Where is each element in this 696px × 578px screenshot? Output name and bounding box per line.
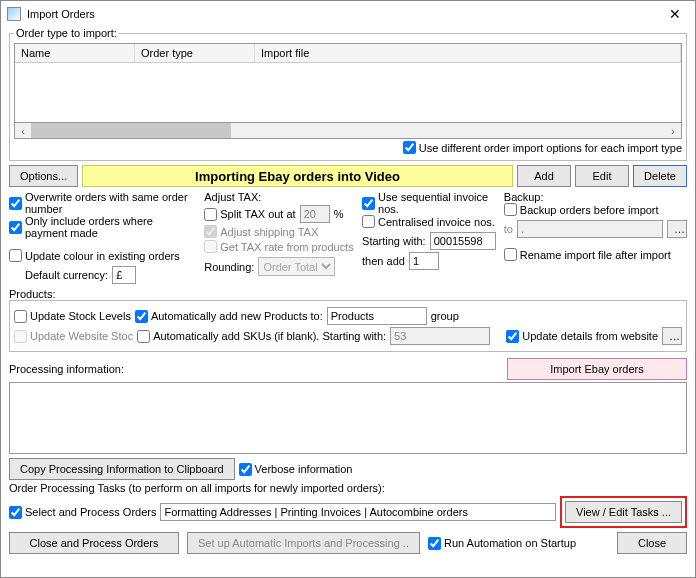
scroll-left-icon[interactable]: ‹ [15,125,31,137]
sku-start-input [390,327,490,345]
setup-auto-button: Set up Automatic Imports and Processing … [187,532,420,554]
status-banner: Importing Ebay orders into Video [82,165,513,187]
grid-header: Name Order type Import file [15,44,681,63]
group-label: group [431,310,459,322]
only-paid-checkbox[interactable]: Only include orders where payment made [9,215,196,239]
delete-button[interactable]: Delete [633,165,687,187]
rename-file-checkbox[interactable]: Rename import file after import [504,248,671,261]
use-seq-checkbox[interactable]: Use sequential invoice nos. [362,191,496,215]
app-icon [7,7,21,21]
processing-info-label: Processing information: [9,363,124,375]
products-legend: Products: [9,288,687,300]
then-add-label: then add [362,255,405,267]
update-colour-checkbox[interactable]: Update colour in existing orders [9,249,180,262]
close-process-button[interactable]: Close and Process Orders [9,532,179,554]
copy-processing-button[interactable]: Copy Processing Information to Clipboard [9,458,235,480]
import-ebay-button[interactable]: Import Ebay orders [507,358,687,380]
default-currency-input[interactable] [112,266,136,284]
view-edit-highlight: View / Edit Tasks ... [560,496,687,528]
grid-hscroll[interactable]: ‹ › [14,123,682,139]
auto-add-sku-checkbox[interactable]: Automatically add SKUs (if blank). Start… [137,330,386,343]
update-details-browse-button[interactable]: … [662,327,682,345]
titlebar: Import Orders ✕ [1,1,695,27]
tasks-input[interactable] [160,503,556,521]
backup-before-checkbox[interactable]: Backup orders before import [504,203,659,216]
order-grid[interactable]: Name Order type Import file [14,43,682,123]
starting-with-input[interactable] [430,232,496,250]
split-tax-checkbox[interactable]: Split TAX out at [204,208,295,221]
select-process-checkbox[interactable]: Select and Process Orders [9,506,156,519]
col-name[interactable]: Name [15,44,135,62]
backup-to-input [517,220,663,238]
get-tax-rate-checkbox: Get TAX rate from products [204,240,353,253]
rounding-label: Rounding: [204,261,254,273]
centralised-checkbox[interactable]: Centralised invoice nos. [362,215,495,228]
options-button[interactable]: Options... [9,165,78,187]
add-button[interactable]: Add [517,165,571,187]
rounding-select: Order Total [258,257,335,276]
product-group-input[interactable] [327,307,427,325]
backup-browse-button[interactable]: … [667,220,687,238]
scroll-thumb[interactable] [31,123,231,138]
order-type-group: Order type to import: Name Order type Im… [9,27,687,161]
tax-legend: Adjust TAX: [204,191,354,203]
backup-to-label: to [504,223,513,235]
verbose-checkbox[interactable]: Verbose information [239,463,353,476]
window-title: Import Orders [27,8,661,20]
edit-button[interactable]: Edit [575,165,629,187]
diff-options-checkbox[interactable]: Use different order import options for e… [403,141,682,154]
run-auto-checkbox[interactable]: Run Automation on Startup [428,537,576,550]
update-details-checkbox[interactable]: Update details from website [506,330,658,343]
view-edit-tasks-button[interactable]: View / Edit Tasks ... [565,501,682,523]
col-import-file[interactable]: Import file [255,44,681,62]
tasks-legend: Order Processing Tasks (to perform on al… [9,482,687,494]
split-tax-input [300,205,330,223]
backup-legend: Backup: [504,191,687,203]
processing-info-textarea[interactable] [9,382,687,454]
adjust-shipping-checkbox: Adjust shipping TAX [204,225,318,238]
close-button[interactable]: Close [617,532,687,554]
then-add-input[interactable] [409,252,439,270]
close-icon[interactable]: ✕ [661,6,689,22]
overwrite-checkbox[interactable]: Overwrite orders with same order number [9,191,196,215]
update-website-stock-checkbox: Update Website Stoc [14,330,133,343]
default-currency-label: Default currency: [25,269,108,281]
col-order-type[interactable]: Order type [135,44,255,62]
starting-with-label: Starting with: [362,235,426,247]
order-type-legend: Order type to import: [14,27,119,39]
auto-add-products-checkbox[interactable]: Automatically add new Products to: [135,310,323,323]
update-stock-checkbox[interactable]: Update Stock Levels [14,310,131,323]
scroll-right-icon[interactable]: › [665,125,681,137]
